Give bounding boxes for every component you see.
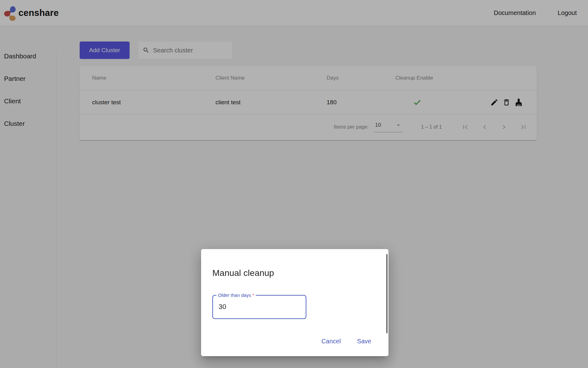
dialog-actions: Cancel Save [321,338,371,345]
manual-cleanup-dialog: Manual cleanup Older than days * Cancel … [201,249,388,356]
required-marker: * [252,292,254,298]
dialog-title: Manual cleanup [212,268,377,278]
field-label-text: Older than days [218,292,251,298]
older-than-days-label: Older than days * [216,292,256,298]
older-than-days-input[interactable] [218,302,299,311]
older-than-days-field: Older than days * [212,295,306,319]
cancel-button[interactable]: Cancel [321,338,341,345]
save-button[interactable]: Save [357,338,371,345]
dialog-scrollbar-thumb[interactable] [386,254,388,333]
